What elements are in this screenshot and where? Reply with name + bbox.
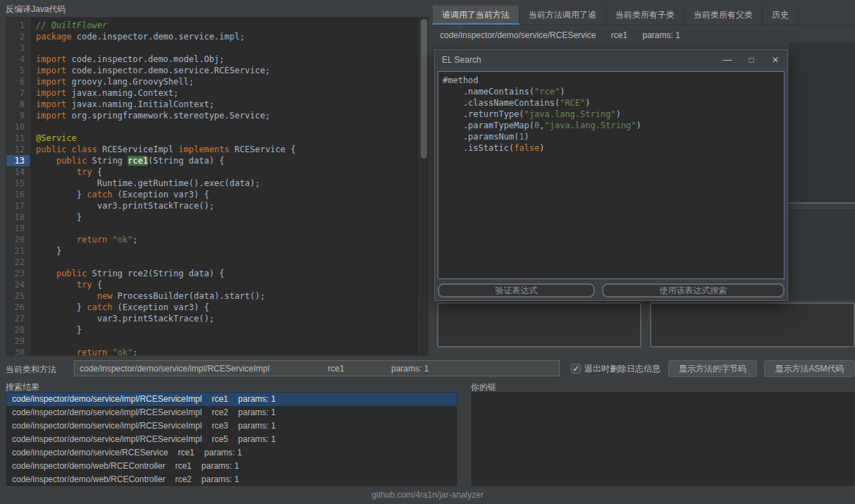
line-number: 22 [6,257,30,268]
line-number: 30 [6,347,30,356]
code-line [36,257,419,268]
breadcrumb: code/inspector/demo/service/RCEService r… [440,27,693,44]
result-cls: code/inspector/demo/web/RCEController [12,461,165,471]
code-line: import groovy.lang.GroovyShell; [36,76,419,87]
line-number: 14 [6,166,30,178]
result-row[interactable]: code/inspector/demo/web/RCEControllerrce… [6,473,457,486]
result-cls: code/inspector/demo/service/RCEService [12,448,168,457]
line-number: 5 [6,65,30,76]
result-params: params: 1 [238,407,276,417]
result-method: rce5 [211,434,228,444]
expression-line: .isStatic(false) [443,142,780,154]
show-asm-button[interactable]: 显示方法ASM代码 [764,360,855,377]
line-number: 17 [6,200,30,211]
line-number: 1 [6,20,30,31]
line-number: 18 [6,211,30,223]
result-method: rce1 [175,461,191,471]
expression-line: .classNameContains("RCE") [443,97,780,109]
code-line [36,336,419,347]
result-params: params: 1 [238,421,276,431]
dialog-title: EL Search [442,55,715,65]
code-line: try { [36,166,419,178]
line-number: 21 [6,245,30,257]
result-row[interactable]: code/inspector/demo/service/impl/RCEServ… [6,419,457,433]
result-row[interactable]: code/inspector/demo/service/impl/RCEServ… [6,406,457,419]
line-number: 23 [6,268,30,279]
tab-3[interactable]: 当前类所有子类 [606,6,684,25]
code-line: new ProcessBuilder(data).start(); [36,290,419,302]
current-class-method-field[interactable]: code/inspector/demo/service/impl/RCEServ… [74,360,560,376]
line-number: 16 [6,189,30,200]
line-number: 10 [6,121,30,133]
tab-4[interactable]: 当前类所有父类 [684,6,763,25]
result-cls: code/inspector/demo/service/impl/RCEServ… [12,421,202,431]
breadcrumb-method: rce1 [611,30,627,40]
search-with-expression-button[interactable]: 使用该表达式搜索 [602,283,785,297]
result-params: params: 1 [202,461,239,471]
el-expression-editor[interactable]: #method .nameContains("rce") .classNameC… [438,71,785,279]
line-number: 6 [6,76,30,87]
search-results-list[interactable]: code/inspector/demo/service/impl/RCEServ… [6,392,457,486]
background-panel-right-middle [789,208,855,300]
delete-log-on-exit-checkbox[interactable]: ✓ 退出时删除日志信息 [571,362,660,376]
tab-2[interactable]: 当前方法调用了谁 [519,6,606,25]
expression-line: .paramsNum(1) [443,131,780,142]
footer-link: github.com/4ra1n/jar-analyzer [0,490,855,500]
line-number: 20 [6,234,30,245]
code-line: public class RCEServiceImpl implements R… [36,144,419,155]
line-number: 7 [6,87,30,99]
expression-line: .nameContains("rce") [443,86,780,97]
result-row[interactable]: code/inspector/demo/service/impl/RCEServ… [6,433,457,446]
jar-analyzer-window: 反编译Java代码 123456789101112131415161718192… [0,0,855,504]
code-lines[interactable]: // QuiltFlowerpackage code.inspector.dem… [30,18,419,355]
code-line: return "ok"; [36,234,419,245]
line-number: 27 [6,313,30,324]
code-line: return "ok"; [36,347,419,355]
result-row[interactable]: code/inspector/demo/service/impl/RCEServ… [6,393,457,406]
tab-5[interactable]: 历史 [763,6,799,25]
maximize-icon[interactable]: □ [739,50,763,70]
result-method: rce2 [175,474,191,484]
line-number: 15 [6,178,30,189]
result-row[interactable]: code/inspector/demo/web/RCEControllerrce… [6,460,457,473]
code-line: } catch (Exception var3) { [36,189,419,200]
scrollbar-thumb[interactable] [421,19,427,159]
breadcrumb-params: params: 1 [642,30,679,40]
show-bytecode-button[interactable]: 显示方法的字节码 [668,360,757,377]
code-editor[interactable]: 1234567891011121314151617181920212223242… [6,17,429,356]
validate-expression-button[interactable]: 验证表达式 [438,283,595,297]
tab-1[interactable]: 谁调用了当前方法 [433,6,519,25]
close-icon[interactable]: ✕ [763,50,787,70]
line-number: 29 [6,336,30,347]
code-line [36,121,419,133]
el-search-dialog: EL Search — □ ✕ #method .nameContains("r… [434,49,788,301]
code-line: public String rce1(String data) { [36,155,419,166]
line-number: 28 [6,324,30,336]
checkbox-check-icon[interactable]: ✓ [571,364,581,374]
delete-log-on-exit-label: 退出时删除日志信息 [584,363,660,375]
code-line: package code.inspector.demo.service.impl… [36,31,419,42]
chain-panel[interactable] [471,392,855,486]
line-numbers: 1234567891011121314151617181920212223242… [6,18,30,355]
code-line: import org.springframework.stereotype.Se… [36,110,419,121]
code-line: import code.inspector.demo.model.Obj; [36,54,419,65]
result-cls: code/inspector/demo/service/impl/RCEServ… [12,407,202,417]
dialog-titlebar[interactable]: EL Search — □ ✕ [435,50,787,70]
code-line: @Service [36,133,419,144]
current-params-value: params: 1 [391,364,429,374]
result-params: params: 1 [238,394,276,404]
line-number: 4 [6,54,30,65]
result-row[interactable]: code/inspector/demo/service/RCEServicerc… [6,446,457,460]
result-method: rce1 [211,394,228,404]
line-number: 2 [6,31,30,42]
code-line: try { [36,279,419,290]
minimize-icon[interactable]: — [715,50,739,70]
result-params: params: 1 [238,434,276,444]
code-line [36,42,419,54]
editor-scrollbar[interactable] [419,18,428,355]
line-number: 9 [6,110,30,121]
code-line: } catch (Exception var3) { [36,302,419,313]
code-line [36,223,419,234]
line-number: 13 [6,155,30,166]
background-panel-bottom-right [650,302,855,348]
